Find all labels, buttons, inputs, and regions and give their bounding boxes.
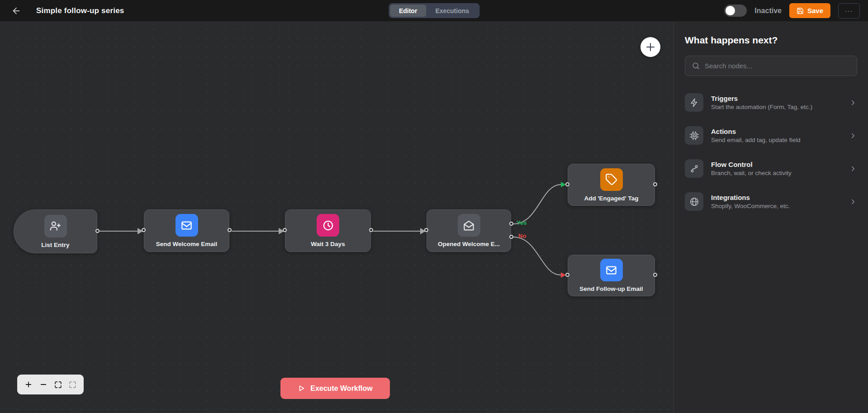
- node-wait-3-days[interactable]: Wait 3 Days: [285, 209, 371, 252]
- node-add-engaged-tag[interactable]: Add 'Engaged' Tag: [568, 164, 655, 206]
- connector-port-out[interactable]: [369, 228, 373, 232]
- connector-port-in[interactable]: [565, 273, 569, 277]
- mail-open-icon: [458, 214, 480, 237]
- menu-item-label: Flow Control: [711, 161, 841, 168]
- branch-label-yes: Yes: [517, 219, 526, 226]
- active-toggle[interactable]: [724, 5, 747, 17]
- connector-port-in[interactable]: [283, 228, 287, 232]
- menu-item-label: Actions: [711, 128, 841, 135]
- menu-item-actions[interactable]: Actions Send email, add tag, update fiel…: [685, 126, 857, 145]
- node-send-welcome-email[interactable]: Send Welcome Email: [144, 209, 229, 252]
- zoom-in-button[interactable]: [24, 380, 33, 389]
- edge-yes-addtag: [513, 185, 561, 224]
- lightning-icon: [685, 93, 703, 112]
- menu-item-texts: Flow Control Branch, wait, or check acti…: [711, 161, 841, 176]
- menu-item-description: Branch, wait, or check activity: [711, 170, 841, 176]
- menu-item-texts: Integrations Shopify, WooCommerce, etc.: [711, 194, 841, 209]
- connector-port-in[interactable]: [424, 228, 428, 232]
- menu-item-description: Shopify, WooCommerce, etc.: [711, 203, 841, 209]
- viewport-brackets-icon: [69, 381, 76, 389]
- execute-workflow-button[interactable]: Execute Workflow: [280, 378, 390, 399]
- menu-item-description: Send email, add tag, update field: [711, 137, 841, 143]
- connector-port-in[interactable]: [142, 228, 146, 232]
- plus-icon: [645, 42, 656, 52]
- node-opened-welcome-email[interactable]: Opened Welcome E...: [427, 209, 511, 252]
- search-icon: [692, 62, 700, 70]
- tab-editor[interactable]: Editor: [390, 5, 426, 17]
- user-plus-icon: [44, 215, 67, 237]
- chevron-right-icon: [849, 99, 857, 107]
- connector-port-no[interactable]: [509, 235, 513, 239]
- node-label: Wait 3 Days: [311, 241, 345, 247]
- canvas-zoom-controls: [17, 375, 84, 394]
- globe-icon: [685, 192, 703, 211]
- menu-item-texts: Triggers Start the automation (Form, Tag…: [711, 95, 841, 110]
- connector-port-out[interactable]: [653, 273, 657, 277]
- save-button[interactable]: Save: [789, 3, 830, 18]
- chevron-right-icon: [849, 165, 857, 173]
- connector-port-out[interactable]: [653, 182, 657, 186]
- chip-icon: [685, 126, 703, 145]
- connector-port-out[interactable]: [95, 229, 100, 233]
- clock-icon: [317, 214, 339, 237]
- branch-icon: [685, 159, 703, 178]
- menu-item-label: Triggers: [711, 95, 841, 102]
- node-label: Add 'Engaged' Tag: [584, 195, 638, 202]
- branch-label-no: No: [518, 233, 526, 239]
- node-label: List Entry: [41, 242, 69, 248]
- connector-port-in[interactable]: [565, 182, 569, 186]
- node-search-input[interactable]: [705, 62, 850, 70]
- mail-icon: [600, 259, 623, 281]
- menu-item-texts: Actions Send email, add tag, update fiel…: [711, 128, 841, 143]
- node-send-followup-email[interactable]: Send Follow-up Email: [568, 255, 655, 296]
- workflow-canvas[interactable]: List Entry Send Welcome Email Wait 3 Day…: [0, 21, 674, 413]
- save-button-label: Save: [807, 7, 823, 14]
- page-title: Simple follow-up series: [36, 6, 124, 15]
- chevron-right-icon: [849, 198, 857, 206]
- minus-icon: [39, 380, 47, 389]
- node-label: Send Follow-up Email: [579, 285, 643, 292]
- connector-port-yes[interactable]: [509, 222, 513, 226]
- node-search-box[interactable]: [685, 56, 857, 76]
- tab-executions[interactable]: Executions: [426, 5, 478, 17]
- tag-icon: [600, 168, 623, 191]
- play-icon: [298, 385, 305, 392]
- plus-icon: [24, 380, 33, 389]
- execute-workflow-label: Execute Workflow: [310, 385, 373, 393]
- node-label: Send Welcome Email: [156, 241, 218, 247]
- menu-item-integrations[interactable]: Integrations Shopify, WooCommerce, etc.: [685, 192, 857, 211]
- chevron-right-icon: [849, 132, 857, 140]
- toggle-knob: [726, 6, 735, 15]
- reset-viewport-button[interactable]: [69, 381, 76, 389]
- sidebar-title: What happens next?: [685, 35, 857, 46]
- node-label: Opened Welcome E...: [438, 241, 500, 247]
- edge-no-followup: [513, 237, 561, 275]
- connector-port-out[interactable]: [228, 228, 232, 232]
- fit-view-icon: [54, 381, 62, 389]
- node-picker-sidebar: What happens next? Triggers Start the au…: [674, 21, 868, 413]
- editor-executions-tab-group: Editor Executions: [389, 3, 479, 18]
- node-list-entry[interactable]: List Entry: [14, 209, 97, 253]
- menu-item-triggers[interactable]: Triggers Start the automation (Form, Tag…: [685, 93, 857, 112]
- menu-item-description: Start the automation (Form, Tag, etc.): [711, 104, 841, 110]
- topbar-actions: Inactive Save ...: [724, 3, 860, 19]
- mail-icon: [175, 214, 198, 237]
- main-area: List Entry Send Welcome Email Wait 3 Day…: [0, 21, 868, 413]
- floppy-disk-icon: [797, 7, 804, 14]
- status-label: Inactive: [754, 7, 782, 15]
- add-node-button[interactable]: [640, 37, 660, 57]
- menu-item-label: Integrations: [711, 194, 841, 201]
- zoom-out-button[interactable]: [39, 380, 47, 389]
- menu-item-flow-control[interactable]: Flow Control Branch, wait, or check acti…: [685, 159, 857, 178]
- top-bar: Simple follow-up series Editor Execution…: [0, 0, 868, 21]
- arrow-left-icon: [11, 6, 21, 16]
- fit-view-button[interactable]: [54, 381, 62, 389]
- more-options-button[interactable]: ...: [838, 3, 860, 19]
- back-button[interactable]: [10, 5, 23, 17]
- node-category-list: Triggers Start the automation (Form, Tag…: [685, 93, 857, 211]
